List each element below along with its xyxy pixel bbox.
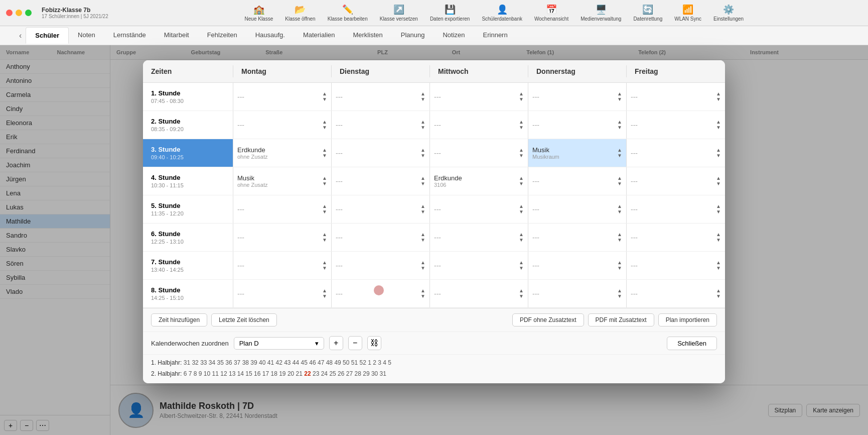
week-39[interactable]: 39 (250, 359, 257, 366)
spinner-4-donnerstag[interactable]: ▲▼ (617, 176, 622, 186)
tab-fehlzeiten[interactable]: Fehlzeiten (198, 27, 246, 44)
cell-2-freitag[interactable]: ---▲▼ (627, 111, 725, 139)
spinner-8-freitag[interactable]: ▲▼ (716, 288, 721, 299)
spinner-1-montag[interactable]: ▲▼ (322, 91, 327, 102)
cell-8-dienstag[interactable]: ---▲▼ (332, 280, 430, 307)
toolbar-btn-medienverwaltung[interactable]: 🖥️Medienverwaltung (575, 2, 626, 24)
week-8[interactable]: 8 (194, 370, 197, 377)
week-18[interactable]: 18 (270, 370, 277, 377)
week-24[interactable]: 24 (321, 370, 328, 377)
week-5[interactable]: 5 (388, 359, 391, 366)
spinner-3-freitag[interactable]: ▲▼ (716, 148, 721, 158)
cell-4-mittwoch[interactable]: Erdkunde3106▲▼ (430, 167, 528, 195)
tab-merklisten[interactable]: Merklisten (344, 27, 391, 44)
week-36[interactable]: 36 (225, 359, 232, 366)
spinner-5-freitag[interactable]: ▲▼ (716, 204, 721, 214)
spinner-2-freitag[interactable]: ▲▼ (716, 120, 721, 130)
cell-6-freitag[interactable]: ---▲▼ (627, 224, 725, 251)
spinner-7-mittwoch[interactable]: ▲▼ (519, 260, 524, 271)
spinner-5-dienstag[interactable]: ▲▼ (420, 204, 425, 214)
cell-8-freitag[interactable]: ---▲▼ (627, 280, 725, 307)
spinner-7-donnerstag[interactable]: ▲▼ (617, 260, 622, 271)
week-45[interactable]: 45 (301, 359, 308, 366)
week-31[interactable]: 31 (380, 370, 386, 377)
cell-7-donnerstag[interactable]: ---▲▼ (528, 252, 627, 279)
cell-7-freitag[interactable]: ---▲▼ (627, 252, 725, 279)
cell-7-montag[interactable]: ---▲▼ (233, 252, 332, 279)
spinner-7-dienstag[interactable]: ▲▼ (420, 260, 425, 271)
spinner-2-dienstag[interactable]: ▲▼ (420, 120, 425, 130)
week-23[interactable]: 23 (313, 370, 319, 377)
toolbar-btn-neue-klasse[interactable]: 🏫Neue Klasse (240, 2, 278, 24)
maximize-button[interactable] (25, 10, 32, 16)
week-7[interactable]: 7 (189, 370, 192, 377)
spinner-8-mittwoch[interactable]: ▲▼ (519, 288, 524, 299)
spinner-4-freitag[interactable]: ▲▼ (716, 176, 721, 186)
tab-notizen[interactable]: Notizen (433, 27, 474, 44)
week-29[interactable]: 29 (363, 370, 369, 377)
week-19[interactable]: 19 (279, 370, 285, 377)
zeit-hinzufuegen-button[interactable]: Zeit hinzufügen (151, 313, 207, 327)
spinner-2-montag[interactable]: ▲▼ (322, 120, 327, 130)
spinner-1-donnerstag[interactable]: ▲▼ (617, 91, 622, 102)
week-27[interactable]: 27 (346, 370, 353, 377)
cell-3-mittwoch[interactable]: ---▲▼ (430, 139, 528, 167)
week-34[interactable]: 34 (209, 359, 215, 366)
spinner-3-mittwoch[interactable]: ▲▼ (519, 148, 524, 158)
week-26[interactable]: 26 (338, 370, 344, 377)
week-50[interactable]: 50 (343, 359, 349, 366)
week-52[interactable]: 52 (359, 359, 366, 366)
cell-5-dienstag[interactable]: ---▲▼ (332, 195, 430, 223)
week-28[interactable]: 28 (355, 370, 361, 377)
spinner-1-dienstag[interactable]: ▲▼ (420, 91, 425, 102)
spinner-5-mittwoch[interactable]: ▲▼ (519, 204, 524, 214)
week-17[interactable]: 17 (262, 370, 269, 377)
week-4[interactable]: 4 (383, 359, 386, 366)
cell-1-donnerstag[interactable]: ---▲▼ (528, 83, 627, 111)
tab-planung[interactable]: Planung (392, 27, 434, 44)
cell-6-dienstag[interactable]: ---▲▼ (332, 224, 430, 251)
cell-8-mittwoch[interactable]: ---▲▼ (430, 280, 528, 307)
cell-6-mittwoch[interactable]: ---▲▼ (430, 224, 528, 251)
spinner-7-montag[interactable]: ▲▼ (322, 260, 327, 271)
week-33[interactable]: 33 (200, 359, 207, 366)
week-22[interactable]: 22 (304, 370, 311, 377)
spinner-3-donnerstag[interactable]: ▲▼ (617, 148, 622, 158)
cell-3-freitag[interactable]: ---▲▼ (627, 139, 725, 167)
toolbar-btn-klasse-versetzen[interactable]: ↗️Klasse versetzen (375, 2, 423, 24)
tab-noten[interactable]: Noten (69, 27, 104, 44)
spinner-1-mittwoch[interactable]: ▲▼ (519, 91, 524, 102)
week-46[interactable]: 46 (309, 359, 316, 366)
cell-4-freitag[interactable]: ---▲▼ (627, 167, 725, 195)
cell-4-dienstag[interactable]: ---▲▼ (332, 167, 430, 195)
spinner-6-dienstag[interactable]: ▲▼ (420, 232, 425, 243)
week-44[interactable]: 44 (293, 359, 299, 366)
spinner-3-dienstag[interactable]: ▲▼ (420, 148, 425, 158)
tab-hausaufg[interactable]: Hausaufg. (246, 27, 294, 44)
pdf-mit-button[interactable]: PDF mit Zusatztext (588, 313, 654, 327)
cell-5-donnerstag[interactable]: ---▲▼ (528, 195, 627, 223)
spinner-6-donnerstag[interactable]: ▲▼ (617, 232, 622, 243)
cell-1-mittwoch[interactable]: ---▲▼ (430, 83, 528, 111)
cell-7-mittwoch[interactable]: ---▲▼ (430, 252, 528, 279)
week-12[interactable]: 12 (220, 370, 227, 377)
week-32[interactable]: 32 (192, 359, 198, 366)
toolbar-btn-daten-exportieren[interactable]: 💾Daten exportieren (425, 2, 475, 24)
cell-5-freitag[interactable]: ---▲▼ (627, 195, 725, 223)
cell-4-donnerstag[interactable]: ---▲▼ (528, 167, 627, 195)
week-13[interactable]: 13 (229, 370, 235, 377)
week-42[interactable]: 42 (275, 359, 282, 366)
spinner-6-montag[interactable]: ▲▼ (322, 232, 327, 243)
week-3[interactable]: 3 (378, 359, 381, 366)
spinner-6-freitag[interactable]: ▲▼ (716, 232, 721, 243)
week-48[interactable]: 48 (326, 359, 333, 366)
toolbar-btn-wochenansicht[interactable]: 📅Wochenansicht (529, 2, 573, 24)
cell-3-donnerstag[interactable]: MusikMusikraum▲▼ (528, 139, 627, 167)
week-41[interactable]: 41 (267, 359, 274, 366)
cell-3-montag[interactable]: Erdkundeohne Zusatz▲▼ (233, 139, 332, 167)
spinner-4-montag[interactable]: ▲▼ (322, 176, 327, 186)
plan-select[interactable]: Plan D ▾ (234, 337, 324, 350)
week-49[interactable]: 49 (334, 359, 341, 366)
week-31[interactable]: 31 (184, 359, 190, 366)
spinner-8-montag[interactable]: ▲▼ (322, 288, 327, 299)
